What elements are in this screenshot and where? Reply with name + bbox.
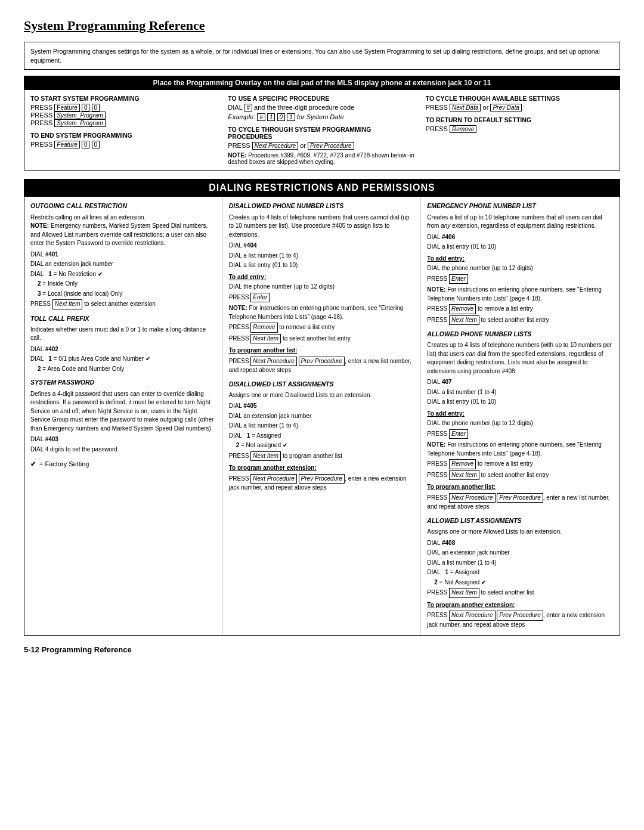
- add-entry-note1: NOTE: For instructions on entering phone…: [229, 304, 415, 321]
- dis-assign-step2: DIAL a list number (1 to 4): [229, 422, 415, 431]
- toll-call-dial: DIAL #402: [30, 345, 216, 354]
- dis-assign-step4: 2 = Not assigned ✔: [236, 441, 415, 450]
- allowed-assignments-body: Assigns one or more Allowed Lists to an …: [427, 528, 614, 537]
- add-entry-next3: PRESS Next Item to select another list e…: [427, 470, 614, 481]
- system-password-dial: DIAL #403: [30, 435, 216, 444]
- add-entry-title3: To add entry:: [427, 410, 614, 419]
- use-specific-title: TO USE A SPECIFIC PROCEDURE: [228, 95, 416, 102]
- disallowed-lists-body: Creates up to 4 lists of telephone numbe…: [229, 213, 415, 240]
- add-entry-note2: NOTE: For instructions on entering phone…: [427, 286, 614, 303]
- return-default-title: TO RETURN TO DEFAULT SETTING: [426, 116, 614, 123]
- disallowed-assignments-title: DISALLOWED LIST ASSIGNMENTS: [229, 380, 415, 389]
- end-title: TO END SYSTEM PROGRAMMING: [30, 132, 218, 139]
- footer: 5-12 Programming Reference: [24, 645, 620, 654]
- start-step-3: PRESS System_Program: [30, 119, 218, 127]
- cycle-through-note: NOTE: Procedures #399, #609, #722, #723 …: [228, 152, 416, 165]
- allowed-lists-body: Creates up to 4 lists of telephone numbe…: [427, 341, 614, 376]
- cycle-through-text: PRESS Next Procedure or Prev Procedure: [228, 142, 416, 150]
- page-title: System Programming Reference: [24, 18, 620, 33]
- use-specific-text: DIAL # and the three-digit procedure cod…: [228, 104, 416, 112]
- program-another-text1: PRESS Next Procedure Prev Procedure, ent…: [229, 357, 415, 375]
- outgoing-restriction-body: Restricts calling on all lines at an ext…: [30, 213, 216, 248]
- add-entry-step1a: DIAL the phone number (up to 12 digits): [229, 283, 415, 292]
- outgoing-step1: DIAL an extension jack number: [30, 260, 216, 269]
- factory-setting: ✔ = Factory Setting: [30, 460, 216, 469]
- outgoing-step2: DIAL 1 = No Restriction ✔: [30, 270, 216, 279]
- intro-box: System Programming changes settings for …: [24, 42, 620, 70]
- allowed-assign-next: PRESS Next Item to select another list: [427, 588, 614, 598]
- disallowed-lists-dial: DIAL #404: [229, 241, 415, 250]
- outgoing-step3: 2 = Inside Only: [38, 280, 216, 289]
- toll-call-step2: 2 = Area Code and Number Only: [38, 365, 216, 374]
- emergency-list-title: EMERGENCY PHONE NUMBER LIST: [427, 202, 614, 210]
- toll-call-title: TOLL CALL PREFIX: [30, 314, 216, 323]
- allowed-lists-step2: DIAL a list entry (01 to 10): [427, 398, 614, 407]
- use-specific-section: TO USE A SPECIFIC PROCEDURE DIAL # and t…: [228, 95, 416, 165]
- col2: DISALLOWED PHONE NUMBER LISTS Creates up…: [223, 197, 422, 635]
- end-step: PRESS Feature 0 0: [30, 141, 218, 148]
- system-password-body: Defines a 4-digit password that users ca…: [30, 390, 216, 433]
- cycle-available-text: PRESS Next Data or Prev Data: [426, 104, 614, 112]
- outgoing-dial: DIAL #401: [30, 250, 216, 259]
- allowed-assign-step2: DIAL a list number (1 to 4): [427, 559, 614, 568]
- system-password-title: SYSTEM PASSWORD: [30, 378, 216, 387]
- dis-another-text: PRESS Next Procedure Prev Procedure, ent…: [229, 474, 415, 493]
- allowed-assign-step3: DIAL 1 = Assigned: [427, 568, 614, 577]
- allowed-assign-step4: 2 = Not Assigned ✔: [434, 578, 614, 587]
- cycle-available-section: TO CYCLE THROUGH AVAILABLE SETTINGS PRES…: [426, 95, 614, 165]
- cycle-through-title: TO CYCLE THROUGH SYSTEM PROGRAMMING PROC…: [228, 126, 416, 140]
- allowed-lists-title: ALLOWED PHONE NUMBER LISTS: [427, 330, 614, 339]
- toll-call-body: Indicates whether users must dial a 0 or…: [30, 326, 216, 343]
- programming-grid: TO START SYSTEM PROGRAMMING PRESS Featur…: [24, 90, 620, 171]
- add-entry-remove3: PRESS Remove to remove a list entry: [427, 459, 614, 469]
- program-another-title1: To program another list:: [229, 346, 415, 355]
- dis-another-title: To program another extension:: [229, 464, 415, 473]
- col1: OUTGOING CALL RESTRICTION Restricts call…: [24, 197, 223, 635]
- start-step-2: PRESS System_Program: [30, 112, 218, 119]
- disallowed-lists-step2: DIAL a list entry (01 to 10): [229, 261, 415, 270]
- add-entry-title2: To add entry:: [427, 255, 614, 264]
- add-entry-note3: NOTE: For instructions on entering phone…: [427, 441, 614, 458]
- emergency-list-dial: DIAL #406: [427, 233, 614, 242]
- program-another-title3: To program another list:: [427, 483, 614, 492]
- cycle-available-title: TO CYCLE THROUGH AVAILABLE SETTINGS: [426, 95, 614, 102]
- outgoing-step4: 3 = Local (inside and local) Only: [38, 290, 216, 299]
- allowed-lists-step1: DIAL a list number (1 to 4): [427, 388, 614, 397]
- emergency-list-step1: DIAL a list entry (01 to 10): [427, 243, 614, 252]
- add-entry-step2a: DIAL the phone number (up to 12 digits): [427, 264, 614, 273]
- highlight-bar: Place the Programming Overlay on the dia…: [24, 76, 620, 90]
- add-entry-step3b: PRESS Enter: [427, 429, 614, 439]
- col3: EMERGENCY PHONE NUMBER LIST Creates a li…: [421, 197, 620, 635]
- start-step-1: PRESS Feature 0 0: [30, 104, 218, 112]
- allowed-lists-dial: DIAL 407: [427, 378, 614, 387]
- add-entry-title1: To add entry:: [229, 273, 415, 282]
- three-col-container: OUTGOING CALL RESTRICTION Restricts call…: [24, 197, 620, 636]
- add-entry-next1: PRESS Next Item to select another list e…: [229, 334, 415, 344]
- add-entry-step2b: PRESS Enter: [427, 274, 614, 284]
- add-entry-remove2: PRESS Remove to remove a list entry: [427, 304, 614, 314]
- outgoing-restriction-title: OUTGOING CALL RESTRICTION: [30, 202, 216, 210]
- toll-call-step1: DIAL 1 = 0/1 plus Area Code and Number ✔: [30, 355, 216, 364]
- add-entry-next2: PRESS Next Item to select another list e…: [427, 315, 614, 326]
- start-title: TO START SYSTEM PROGRAMMING: [30, 95, 218, 102]
- allowed-another-title: To program another extension:: [427, 601, 614, 610]
- use-specific-example: Example: # 1 0 1 for System Date: [228, 113, 416, 121]
- add-entry-step1b: PRESS Enter: [229, 293, 415, 303]
- dis-assign-step3: DIAL 1 = Assigned: [229, 432, 415, 441]
- disallowed-lists-title: DISALLOWED PHONE NUMBER LISTS: [229, 202, 415, 210]
- dis-assign-step1: DIAL an extension jack number: [229, 412, 415, 421]
- emergency-list-body: Creates a list of up to 10 telephone num…: [427, 213, 614, 231]
- disallowed-assignments-body: Assigns one or more Disallowed Lists to …: [229, 391, 415, 400]
- add-entry-remove1: PRESS Remove to remove a list entry: [229, 323, 415, 333]
- allowed-assignments-title: ALLOWED LIST ASSIGNMENTS: [427, 516, 614, 525]
- start-programming-section: TO START SYSTEM PROGRAMMING PRESS Featur…: [30, 95, 218, 165]
- return-default-text: PRESS Remove: [426, 125, 614, 133]
- disallowed-lists-step1: DIAL a list number (1 to 4): [229, 252, 415, 261]
- dialing-header: DIALING RESTRICTIONS AND PERMISSIONS: [24, 179, 620, 197]
- dis-assign-next: PRESS Next Item to program another list: [229, 451, 415, 462]
- intro-text: System Programming changes settings for …: [30, 48, 600, 64]
- outgoing-step5: PRESS Next Item to select another extens…: [30, 299, 216, 309]
- add-entry-step3a: DIAL the phone number (up to 12 digits): [427, 419, 614, 428]
- allowed-assign-step1: DIAL an extension jack number: [427, 549, 614, 558]
- system-password-step1: DIAL 4 digits to set the password: [30, 445, 216, 454]
